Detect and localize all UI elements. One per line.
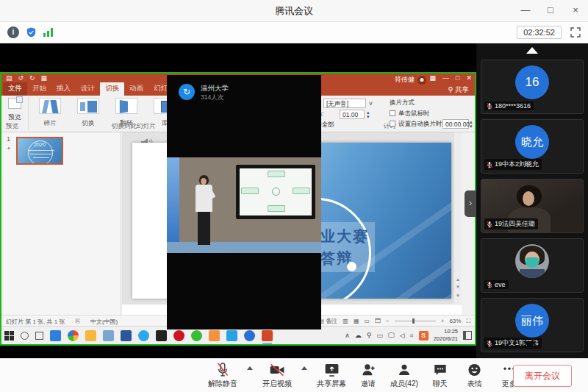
emoji-button[interactable]: 表情 <box>462 362 487 389</box>
unmute-button[interactable]: 解除静音 <box>208 362 237 389</box>
fit-to-window-icon[interactable]: ⛶ <box>466 318 470 325</box>
app-icon-wechat[interactable] <box>191 330 202 341</box>
participant-name-chip: 19法四吴佳璐 <box>484 218 538 229</box>
tray-mic-icon[interactable]: ⚲ <box>367 332 372 339</box>
start-video-button[interactable]: 开启视频 <box>262 362 292 389</box>
app-icon-tim[interactable] <box>226 330 237 341</box>
sorter-view-icon[interactable]: ▦ <box>354 318 359 324</box>
app-icon-music[interactable] <box>173 330 184 341</box>
notification-center-icon[interactable] <box>463 331 472 340</box>
reading-view-icon[interactable]: ▭ <box>364 318 370 324</box>
sidebar-collapse-handle[interactable]: › <box>465 190 476 217</box>
tab-home[interactable]: 开始 <box>27 82 51 96</box>
maximize-button[interactable]: □ <box>538 0 563 22</box>
tab-animations[interactable]: 动画 <box>124 82 148 96</box>
app-icon-word[interactable] <box>121 330 132 341</box>
sound-dropdown[interactable]: [无声音] <box>323 99 366 108</box>
notes-toggle-button[interactable]: ▤ 备注 <box>319 317 338 325</box>
windows-start-icon[interactable] <box>4 331 14 341</box>
normal-view-icon[interactable]: ▥ <box>343 318 348 324</box>
ppt-account[interactable]: 符传健 ☻ <box>395 75 426 85</box>
participant-name-chip: 180****3616 <box>484 101 534 110</box>
tab-transitions[interactable]: 切换 <box>100 82 124 96</box>
ppt-share-button[interactable]: ⚲ 共享 <box>448 85 469 95</box>
participant-tile[interactable]: eve <box>481 238 584 293</box>
undo-icon[interactable]: ↺ <box>18 74 24 82</box>
app-icon-powerpoint[interactable] <box>262 330 273 341</box>
participant-tile[interactable]: 晓允 19中本2刘晓允 <box>481 119 584 174</box>
avatar <box>515 244 549 278</box>
minimize-button[interactable]: — <box>513 0 538 22</box>
muted-mic-icon <box>486 161 493 168</box>
ppt-ribbon-options-icon[interactable]: ▦ <box>430 74 437 82</box>
tab-design[interactable]: 设计 <box>76 82 100 96</box>
tray-network-icon[interactable]: ⌗ <box>410 332 414 340</box>
duration-spinner[interactable]: ▴▾ <box>367 110 370 119</box>
muted-mic-icon <box>486 102 493 110</box>
app-icon-pc-manager[interactable] <box>50 330 61 341</box>
scroll-down-arrow-icon[interactable] <box>523 341 537 349</box>
zoom-level[interactable]: 63% <box>449 318 461 324</box>
transition-shred[interactable]: 碎片 <box>31 98 69 128</box>
scroll-down-icon[interactable]: ▾ <box>454 284 462 290</box>
tab-insert[interactable]: 插入 <box>51 82 76 96</box>
save-icon[interactable]: ▤ <box>6 74 12 82</box>
ppt-close-icon[interactable]: ✕ <box>466 74 472 82</box>
share-screen-button[interactable]: 共享屏幕 <box>317 362 346 389</box>
app-icon-network[interactable] <box>103 330 114 341</box>
live-video-overlay[interactable]: ↻ 温州大学 314人次 <box>167 75 321 329</box>
slide-1-thumbnail[interactable]: 2020 <box>16 137 63 165</box>
members-button[interactable]: 成员(42) <box>390 362 418 389</box>
sound-dropdown-arrow[interactable]: ˅ <box>369 100 373 107</box>
fullscreen-icon[interactable] <box>570 27 581 38</box>
scroll-up-icon[interactable]: ▴ <box>454 277 462 282</box>
transition-preview-button[interactable]: 预览 <box>4 98 25 122</box>
scroll-up-arrow-icon[interactable] <box>526 47 538 54</box>
scroll-next-icon[interactable]: ▾ <box>454 293 462 299</box>
on-mouse-click-checkbox[interactable] <box>390 110 395 116</box>
app-icon-pinwheel[interactable] <box>68 330 79 341</box>
presentation-screen <box>236 165 315 219</box>
auto-advance-spinner[interactable]: ▴▾ <box>470 120 473 129</box>
invite-person-icon <box>361 362 376 378</box>
participant-tile[interactable]: 16 180****3616 <box>481 60 584 114</box>
app-icon-file-explorer[interactable] <box>85 330 96 341</box>
cortana-icon[interactable] <box>21 332 29 340</box>
app-icon-photos[interactable] <box>209 330 220 341</box>
participant-tile[interactable]: 19法四吴佳璐 <box>481 179 584 233</box>
slideshow-view-icon[interactable]: 🗖 <box>375 318 381 324</box>
meeting-info-icon[interactable]: i <box>7 26 19 38</box>
tray-clock[interactable]: 10:25 2020/6/21 <box>434 328 458 343</box>
leave-meeting-button[interactable]: 离开会议 <box>513 365 572 387</box>
ppt-maximize-icon[interactable]: □ <box>456 74 459 82</box>
mic-options-caret[interactable] <box>247 366 253 370</box>
transition-switch[interactable]: 切换 <box>69 98 107 128</box>
language-status[interactable]: 中文(中国) <box>90 318 118 326</box>
meeting-toolbar: 解除静音 开启视频 共享屏幕 邀请 成员(42) 聊天 <box>0 358 588 392</box>
tab-file[interactable]: 文件 <box>3 82 27 96</box>
auto-advance-checkbox[interactable] <box>390 121 395 126</box>
app-icon-browser[interactable] <box>244 330 255 341</box>
app-icon-qq[interactable] <box>156 330 167 341</box>
task-view-icon[interactable] <box>35 332 43 340</box>
ppt-minimize-icon[interactable]: — <box>442 74 449 82</box>
app-icon-thunder[interactable] <box>138 330 149 341</box>
tray-sogou-icon[interactable]: S <box>419 331 429 341</box>
close-button[interactable]: × <box>563 0 588 22</box>
zoom-out-icon[interactable]: − <box>386 318 390 324</box>
zoom-slider[interactable] <box>395 321 436 321</box>
duration-input[interactable]: 01.00 <box>340 110 365 119</box>
tray-display-icon[interactable]: 🖵 <box>388 332 395 340</box>
tray-volume-icon[interactable]: ◁ <box>400 332 405 339</box>
auto-advance-time-input[interactable]: 00:00.00 <box>442 119 469 129</box>
slideshow-icon[interactable]: ▦ <box>41 74 48 82</box>
zoom-in-icon[interactable]: + <box>441 318 445 324</box>
slide-scrollbar[interactable]: ▴ ▾ ▾ <box>454 132 462 304</box>
redo-icon[interactable]: ↻ <box>29 74 35 82</box>
video-options-caret[interactable] <box>301 366 307 370</box>
tray-expand-icon[interactable]: ∧ <box>345 332 350 339</box>
invite-button[interactable]: 邀请 <box>356 362 381 389</box>
chat-button[interactable]: 聊天 <box>428 362 453 389</box>
tray-cloud-icon[interactable]: ☁ <box>355 332 362 339</box>
tray-battery-icon[interactable]: ▭ <box>376 332 383 339</box>
